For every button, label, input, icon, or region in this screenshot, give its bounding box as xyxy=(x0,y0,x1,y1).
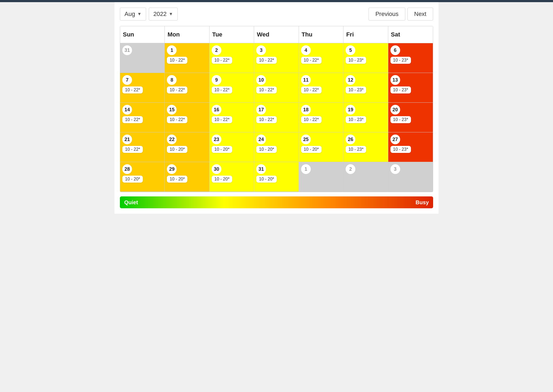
day-number: 3 xyxy=(390,164,400,174)
calendar-cell-5-week0[interactable]: 510 - 23* xyxy=(343,43,388,73)
time-range-badge: 10 - 23* xyxy=(346,86,366,93)
calendar-cell-30-week4[interactable]: 3010 - 20* xyxy=(210,162,254,192)
day-number: 1 xyxy=(301,164,311,174)
calendar-cell-29-week4[interactable]: 2910 - 20* xyxy=(165,162,209,192)
day-number: 18 xyxy=(301,105,311,115)
calendar-cell-7-week1[interactable]: 710 - 22* xyxy=(120,73,165,103)
calendar-cell-11-week1[interactable]: 1110 - 22* xyxy=(299,73,343,103)
calendar-cell-4-week0[interactable]: 410 - 22* xyxy=(299,43,343,73)
time-range-badge: 10 - 20* xyxy=(301,146,322,153)
time-range-badge: 10 - 20* xyxy=(122,176,143,183)
day-number: 5 xyxy=(346,45,355,55)
day-header-sat: Sat xyxy=(388,26,433,43)
calendar-cell-23-week3[interactable]: 2310 - 20* xyxy=(210,132,254,162)
year-dropdown-arrow: ▼ xyxy=(169,12,173,16)
calendar-body: 31110 - 22*210 - 22*310 - 22*410 - 22*51… xyxy=(120,43,433,192)
calendar-cell-31-week4[interactable]: 3110 - 20* xyxy=(254,162,299,192)
year-selector[interactable]: 2022 ▼ xyxy=(149,8,178,21)
calendar-cell-3-week0[interactable]: 310 - 22* xyxy=(254,43,299,73)
day-header-mon: Mon xyxy=(165,26,209,43)
time-range-badge: 10 - 22* xyxy=(301,57,322,64)
time-range-badge: 10 - 22* xyxy=(212,86,232,93)
day-number: 2 xyxy=(212,45,221,55)
day-number: 6 xyxy=(390,45,400,55)
time-range-badge: 10 - 22* xyxy=(167,116,187,123)
calendar-cell-27-week3[interactable]: 2710 - 23* xyxy=(388,132,433,162)
time-range-badge: 10 - 22* xyxy=(301,116,322,123)
day-number: 24 xyxy=(256,135,266,144)
day-number: 3 xyxy=(256,45,266,55)
day-number: 25 xyxy=(301,135,311,144)
day-header-sun: Sun xyxy=(120,26,165,43)
calendar-cell-28-week4[interactable]: 2810 - 20* xyxy=(120,162,165,192)
calendar: SunMonTueWedThuFriSat 31110 - 22*210 - 2… xyxy=(120,26,433,192)
day-number: 30 xyxy=(212,164,221,174)
page-container: Aug ▼ 2022 ▼ Previous Next SunMonTueWedT… xyxy=(114,2,439,214)
calendar-cell-31-week0[interactable]: 31 xyxy=(120,43,165,73)
calendar-cell-18-week2[interactable]: 1810 - 22* xyxy=(299,103,343,132)
time-range-badge: 10 - 22* xyxy=(256,86,277,93)
calendar-cell-15-week2[interactable]: 1510 - 22* xyxy=(165,103,209,132)
calendar-cell-1-week0[interactable]: 110 - 22* xyxy=(165,43,209,73)
calendar-cell-2-week4[interactable]: 2 xyxy=(343,162,388,192)
day-number: 1 xyxy=(167,45,177,55)
calendar-cell-10-week1[interactable]: 1010 - 22* xyxy=(254,73,299,103)
calendar-cell-14-week2[interactable]: 1410 - 22* xyxy=(120,103,165,132)
time-range-badge: 10 - 23* xyxy=(346,57,366,64)
time-range-badge: 10 - 23* xyxy=(346,146,366,153)
day-number: 28 xyxy=(122,164,132,174)
calendar-cell-1-week4[interactable]: 1 xyxy=(299,162,343,192)
day-number: 10 xyxy=(256,75,266,85)
time-range-badge: 10 - 20* xyxy=(212,176,232,183)
calendar-cell-16-week2[interactable]: 1610 - 22* xyxy=(210,103,254,132)
month-selector[interactable]: Aug ▼ xyxy=(120,8,146,21)
day-header-fri: Fri xyxy=(343,26,388,43)
time-range-badge: 10 - 22* xyxy=(122,116,143,123)
calendar-cell-12-week1[interactable]: 1210 - 23* xyxy=(343,73,388,103)
next-button[interactable]: Next xyxy=(407,8,433,21)
day-number: 7 xyxy=(122,75,132,85)
time-range-badge: 10 - 22* xyxy=(122,86,143,93)
calendar-header: Aug ▼ 2022 ▼ Previous Next xyxy=(120,8,433,21)
time-range-badge: 10 - 22* xyxy=(167,57,187,64)
time-range-badge: 10 - 22* xyxy=(212,57,232,64)
time-range-badge: 10 - 20* xyxy=(256,176,277,183)
calendar-cell-25-week3[interactable]: 2510 - 20* xyxy=(299,132,343,162)
previous-button[interactable]: Previous xyxy=(369,8,405,21)
calendar-cell-9-week1[interactable]: 910 - 22* xyxy=(210,73,254,103)
calendar-cell-3-week4[interactable]: 3 xyxy=(388,162,433,192)
day-number: 17 xyxy=(256,105,266,115)
calendar-cell-21-week3[interactable]: 2110 - 22* xyxy=(120,132,165,162)
top-bar xyxy=(0,0,553,2)
day-header-tue: Tue xyxy=(210,26,254,43)
time-range-badge: 10 - 22* xyxy=(212,116,232,123)
busy-label: Busy xyxy=(416,199,429,206)
day-number: 4 xyxy=(301,45,311,55)
day-number: 14 xyxy=(122,105,132,115)
time-range-badge: 10 - 20* xyxy=(167,176,187,183)
calendar-cell-26-week3[interactable]: 2610 - 23* xyxy=(343,132,388,162)
calendar-cell-6-week0[interactable]: 610 - 23* xyxy=(388,43,433,73)
day-number: 26 xyxy=(346,135,355,144)
busy-legend: Quiet Busy xyxy=(120,196,433,208)
day-number: 31 xyxy=(256,164,266,174)
calendar-cell-13-week1[interactable]: 1310 - 23* xyxy=(388,73,433,103)
calendar-day-headers: SunMonTueWedThuFriSat xyxy=(120,26,433,43)
calendar-cell-2-week0[interactable]: 210 - 22* xyxy=(210,43,254,73)
month-label: Aug xyxy=(124,11,135,18)
day-header-thu: Thu xyxy=(299,26,343,43)
calendar-cell-8-week1[interactable]: 810 - 22* xyxy=(165,73,209,103)
calendar-cell-17-week2[interactable]: 1710 - 22* xyxy=(254,103,299,132)
time-range-badge: 10 - 23* xyxy=(390,86,411,93)
time-range-badge: 10 - 20* xyxy=(167,146,187,153)
day-number: 21 xyxy=(122,135,132,144)
time-range-badge: 10 - 23* xyxy=(390,57,411,64)
navigation-buttons: Previous Next xyxy=(369,8,433,21)
calendar-cell-19-week2[interactable]: 1910 - 23* xyxy=(343,103,388,132)
day-number: 15 xyxy=(167,105,177,115)
time-range-badge: 10 - 22* xyxy=(256,57,277,64)
calendar-cell-20-week2[interactable]: 2010 - 23* xyxy=(388,103,433,132)
time-range-badge: 10 - 23* xyxy=(346,116,366,123)
calendar-cell-22-week3[interactable]: 2210 - 20* xyxy=(165,132,209,162)
calendar-cell-24-week3[interactable]: 2410 - 20* xyxy=(254,132,299,162)
